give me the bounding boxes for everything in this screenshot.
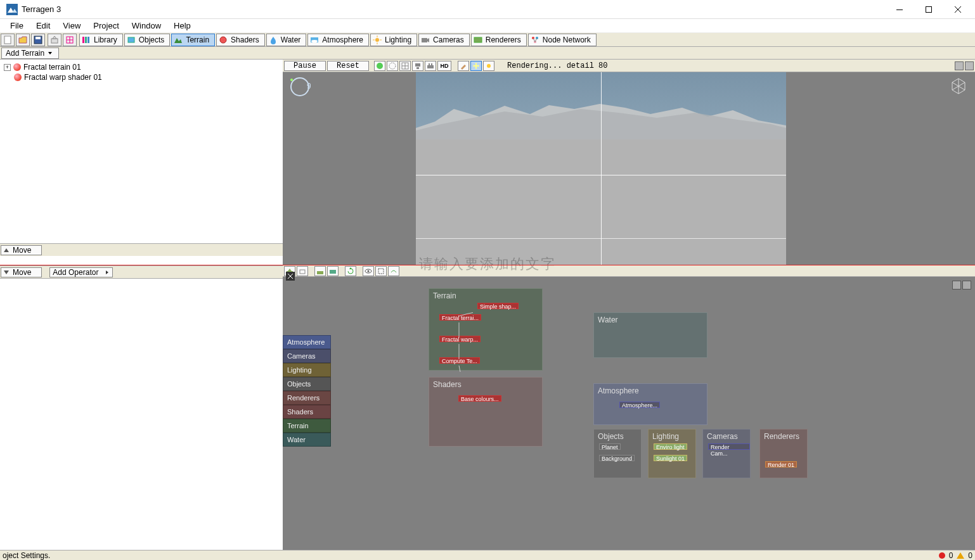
- error-count: 0: [949, 551, 953, 560]
- node-panel-restore[interactable]: [952, 281, 961, 290]
- node-group-cameras[interactable]: Cameras Render Cam...: [702, 429, 751, 478]
- node-fractal-warp[interactable]: Fractal warp...: [439, 336, 481, 342]
- tab-objects[interactable]: Objects: [124, 34, 171, 46]
- node-group-water[interactable]: Water: [593, 312, 707, 358]
- vtool-4[interactable]: [412, 61, 423, 71]
- expand-icon[interactable]: +: [4, 64, 11, 71]
- tab-water[interactable]: Water: [266, 34, 307, 46]
- add-operator-button[interactable]: Add Operator: [49, 267, 113, 277]
- node-compute-te[interactable]: Compute Te...: [439, 357, 480, 364]
- svg-rect-42: [429, 63, 430, 65]
- render-viewport[interactable]: 90: [283, 72, 975, 277]
- toolbtn-2[interactable]: [63, 34, 77, 46]
- svg-point-45: [291, 78, 309, 96]
- add-terrain-button[interactable]: Add Terrain: [1, 48, 59, 59]
- panel-restore-button[interactable]: [955, 61, 964, 70]
- node-fractal-terrain[interactable]: Fractal terrai...: [439, 314, 481, 321]
- vtool-5[interactable]: [425, 61, 436, 71]
- cat-shaders[interactable]: Shaders: [283, 405, 331, 419]
- cat-cameras[interactable]: Cameras: [283, 349, 331, 363]
- toolbtn-1[interactable]: [48, 34, 61, 46]
- vtool-move[interactable]: [470, 61, 482, 71]
- node-object-2[interactable]: Background: [599, 455, 635, 461]
- vtool-brush[interactable]: [458, 61, 469, 71]
- window-title: Terragen 3: [22, 4, 885, 14]
- tab-lighting[interactable]: Lighting: [370, 34, 417, 46]
- ntool-3[interactable]: [314, 266, 326, 276]
- node-render-01[interactable]: Render 01: [765, 461, 797, 468]
- ntool-2[interactable]: [297, 266, 308, 276]
- menu-window[interactable]: Window: [126, 20, 167, 32]
- svg-rect-10: [36, 37, 41, 39]
- node-panel-close[interactable]: [962, 281, 971, 290]
- maximize-button[interactable]: [914, 0, 943, 19]
- node-group-terrain[interactable]: Terrain Simple shap... Fractal terrai...…: [429, 288, 543, 371]
- terrain-tree[interactable]: + Fractal terrain 01 Fractal warp shader…: [0, 60, 283, 243]
- menu-edit[interactable]: Edit: [30, 20, 56, 32]
- move-down-button[interactable]: Move: [1, 267, 42, 277]
- node-light-1[interactable]: Enviro light: [654, 443, 687, 450]
- pause-button[interactable]: Pause: [284, 61, 326, 71]
- cat-lighting[interactable]: Lighting: [283, 363, 331, 377]
- terrain-tree-item[interactable]: Fractal warp shader 01: [4, 72, 279, 82]
- open-button[interactable]: [16, 34, 30, 46]
- tab-atmosphere[interactable]: Atmosphere: [307, 34, 369, 46]
- arrow-down-icon: [4, 270, 9, 274]
- node-group-lighting[interactable]: Lighting Enviro light Sunlight 01: [648, 429, 696, 478]
- ntool-refresh[interactable]: [345, 266, 356, 276]
- reset-button[interactable]: Reset: [327, 61, 369, 71]
- chevron-right-icon: [106, 270, 108, 274]
- ntool-eye[interactable]: [363, 266, 374, 276]
- menu-help[interactable]: Help: [167, 20, 197, 32]
- vtool-3[interactable]: [399, 61, 411, 71]
- node-group-shaders[interactable]: Shaders Base colours...: [429, 377, 543, 447]
- orientation-gizmo[interactable]: [950, 77, 967, 95]
- crop-tool-icon[interactable]: [285, 271, 295, 281]
- cat-water[interactable]: Water: [283, 433, 331, 447]
- node-group-atmosphere[interactable]: Atmosphere Atmosphere...: [593, 383, 707, 425]
- vtool-2[interactable]: [387, 61, 398, 71]
- menu-view[interactable]: View: [56, 20, 87, 32]
- vtool-sun[interactable]: [483, 61, 494, 71]
- node-atmosphere[interactable]: Atmosphere...: [619, 402, 660, 408]
- node-graph-view[interactable]: Atmosphere Cameras Lighting Objects Rend…: [283, 277, 975, 550]
- node-base-colours[interactable]: Base colours...: [458, 395, 501, 402]
- watermark-line: [0, 265, 975, 265]
- move-up-button[interactable]: Move: [1, 245, 42, 255]
- vtool-1[interactable]: [374, 61, 385, 71]
- save-button[interactable]: [31, 34, 45, 46]
- menu-project[interactable]: Project: [87, 20, 125, 32]
- warning-indicator-icon[interactable]: [957, 552, 964, 559]
- cat-renderers[interactable]: Renderers: [283, 391, 331, 405]
- tab-cameras[interactable]: Cameras: [418, 34, 470, 46]
- node-group-objects[interactable]: Objects Planet Background: [593, 429, 642, 478]
- compass-widget[interactable]: 90: [289, 76, 311, 98]
- cat-terrain[interactable]: Terrain: [283, 419, 331, 433]
- ntool-link[interactable]: [388, 266, 399, 276]
- node-render-cam[interactable]: Render Cam...: [708, 443, 750, 450]
- node-group-renderers[interactable]: Renderers Render 01: [759, 429, 808, 478]
- add-terrain-label: Add Terrain: [6, 49, 44, 58]
- new-button[interactable]: [1, 34, 15, 46]
- minimize-button[interactable]: [885, 0, 914, 19]
- chevron-down-icon: [48, 52, 52, 54]
- hd-button[interactable]: HD: [437, 61, 451, 71]
- group-label: Water: [598, 315, 618, 324]
- ntool-4[interactable]: [327, 266, 339, 276]
- tab-library[interactable]: Library: [79, 34, 123, 46]
- tab-shaders[interactable]: Shaders: [216, 34, 265, 46]
- tab-node-network[interactable]: Node Network: [528, 34, 597, 46]
- ntool-expand[interactable]: [375, 266, 387, 276]
- tab-terrain[interactable]: Terrain: [171, 34, 215, 46]
- cat-objects[interactable]: Objects: [283, 377, 331, 391]
- menu-file[interactable]: File: [4, 20, 30, 32]
- cat-atmosphere[interactable]: Atmosphere: [283, 335, 331, 349]
- tab-renderers[interactable]: Renderers: [471, 34, 527, 46]
- panel-close-button[interactable]: [965, 61, 974, 70]
- node-object-1[interactable]: Planet: [599, 443, 621, 450]
- node-light-2[interactable]: Sunlight 01: [654, 455, 687, 461]
- terrain-tree-item[interactable]: + Fractal terrain 01: [4, 62, 279, 72]
- node-simple-shape[interactable]: Simple shap...: [477, 303, 519, 309]
- error-indicator-icon[interactable]: [939, 552, 945, 559]
- close-button[interactable]: [943, 0, 972, 19]
